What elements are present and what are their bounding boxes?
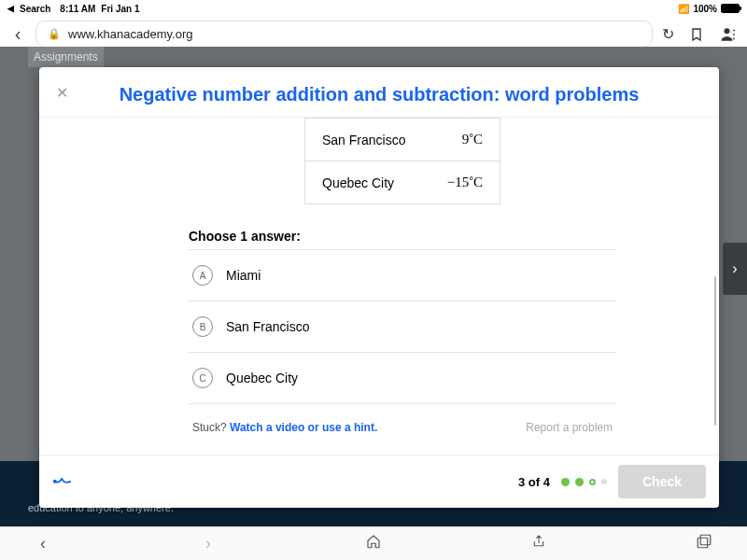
ios-status-bar: ◀ Search 8:11 AM Fri Jan 1 📶 100% bbox=[0, 0, 747, 17]
progress-dot bbox=[561, 478, 570, 486]
choose-prompt: Choose 1 answer: bbox=[189, 229, 616, 244]
option-letter: C bbox=[192, 368, 213, 388]
next-question-button[interactable]: › bbox=[723, 243, 747, 295]
progress-dot bbox=[601, 479, 607, 484]
svg-rect-6 bbox=[698, 538, 708, 548]
temp-cell: 9°C bbox=[428, 119, 500, 161]
progress-dot bbox=[575, 478, 584, 486]
hint-link[interactable]: Watch a video or use a hint. bbox=[230, 421, 377, 434]
bookmark-button[interactable] bbox=[689, 27, 704, 42]
svg-point-3 bbox=[733, 37, 735, 39]
progress-dots bbox=[561, 478, 607, 486]
option-letter: B bbox=[192, 316, 213, 337]
stuck-label: Stuck? bbox=[192, 421, 227, 434]
back-to-app-caret-icon[interactable]: ◀ bbox=[7, 4, 14, 13]
answer-option-a[interactable]: A Miami bbox=[189, 249, 616, 301]
reload-button[interactable]: ↻ bbox=[662, 25, 674, 43]
nav-back-button[interactable]: ‹ bbox=[32, 534, 54, 553]
streak-icon bbox=[52, 469, 73, 495]
option-label: San Francisco bbox=[226, 319, 309, 334]
check-button[interactable]: Check bbox=[618, 465, 706, 498]
city-cell: Quebec City bbox=[305, 161, 428, 204]
temperature-table: San Francisco 9°C Quebec City −15°C bbox=[304, 118, 500, 204]
battery-icon bbox=[721, 4, 740, 13]
svg-point-1 bbox=[733, 29, 735, 31]
modal-footer: 3 of 4 Check bbox=[39, 455, 719, 508]
svg-point-2 bbox=[733, 34, 735, 35]
temp-cell: −15°C bbox=[428, 161, 500, 204]
option-label: Miami bbox=[226, 268, 261, 283]
table-row: San Francisco 9°C bbox=[305, 119, 500, 161]
svg-rect-5 bbox=[700, 535, 711, 545]
back-to-app-label[interactable]: Search bbox=[20, 4, 50, 14]
battery-percent: 100% bbox=[693, 4, 717, 14]
nav-forward-button[interactable]: › bbox=[197, 534, 219, 553]
close-button[interactable]: ✕ bbox=[56, 84, 68, 102]
sidebar-item-assignments: Assignments bbox=[28, 47, 104, 67]
account-button[interactable] bbox=[719, 26, 738, 43]
table-row: Quebec City −15°C bbox=[305, 161, 500, 204]
svg-point-4 bbox=[54, 480, 56, 482]
home-button[interactable] bbox=[362, 533, 385, 554]
city-cell: San Francisco bbox=[305, 119, 428, 161]
answer-option-c[interactable]: C Quebec City bbox=[189, 353, 616, 404]
svg-point-0 bbox=[725, 28, 730, 34]
answer-option-b[interactable]: B San Francisco bbox=[189, 301, 616, 353]
exercise-title: Negative number addition and subtraction… bbox=[77, 84, 682, 105]
browser-back-button[interactable]: ‹ bbox=[9, 23, 26, 45]
exercise-modal: ✕ Negative number addition and subtracti… bbox=[39, 67, 719, 508]
scroll-indicator bbox=[714, 276, 716, 426]
tabs-button[interactable] bbox=[693, 533, 715, 554]
option-letter: A bbox=[192, 265, 213, 286]
progress-dot bbox=[589, 479, 596, 485]
lock-icon: 🔒 bbox=[48, 28, 61, 40]
status-time: 8:11 AM bbox=[60, 4, 95, 14]
progress-text: 3 of 4 bbox=[518, 475, 550, 489]
url-field[interactable]: 🔒 www.khanacademy.org bbox=[35, 21, 653, 48]
report-problem-link[interactable]: Report a problem bbox=[526, 421, 613, 434]
share-button[interactable] bbox=[528, 533, 550, 554]
browser-bottom-toolbar: ‹ › bbox=[0, 526, 747, 560]
wifi-icon: 📶 bbox=[678, 4, 689, 14]
status-date: Fri Jan 1 bbox=[101, 4, 139, 14]
answer-list: A Miami B San Francisco C Quebec City bbox=[189, 249, 616, 404]
option-label: Quebec City bbox=[226, 371, 298, 385]
url-text: www.khanacademy.org bbox=[68, 27, 192, 41]
